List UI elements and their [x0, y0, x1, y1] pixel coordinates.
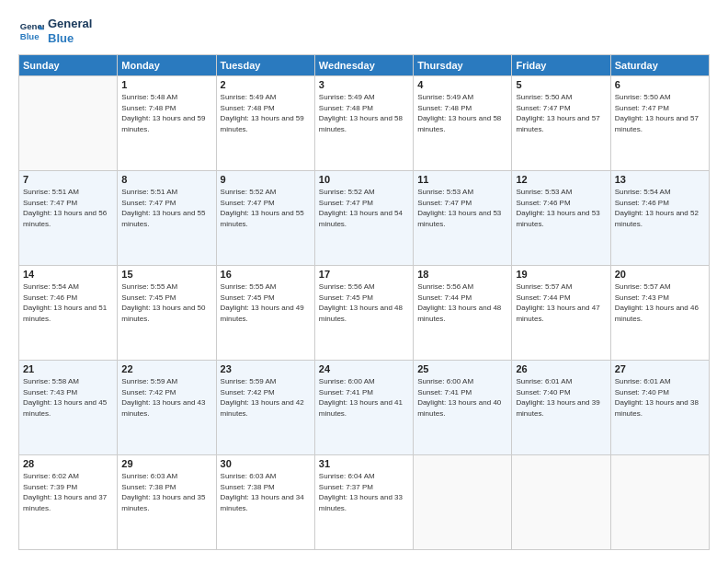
day-info: Sunrise: 6:02 AMSunset: 7:39 PMDaylight:… [23, 471, 113, 513]
calendar-week-row: 1Sunrise: 5:48 AMSunset: 7:48 PMDaylight… [19, 76, 710, 171]
calendar-cell: 12Sunrise: 5:53 AMSunset: 7:46 PMDayligh… [512, 171, 610, 266]
day-info: Sunrise: 5:52 AMSunset: 7:47 PMDaylight:… [319, 187, 409, 229]
calendar-cell: 15Sunrise: 5:55 AMSunset: 7:45 PMDayligh… [118, 266, 216, 361]
day-number: 10 [319, 174, 409, 185]
svg-text:Blue: Blue [20, 30, 40, 40]
day-info: Sunrise: 6:01 AMSunset: 7:40 PMDaylight:… [516, 376, 606, 419]
calendar-cell: 8Sunrise: 5:51 AMSunset: 7:47 PMDaylight… [118, 171, 216, 266]
day-number: 22 [121, 363, 211, 374]
calendar-cell: 13Sunrise: 5:54 AMSunset: 7:46 PMDayligh… [610, 171, 709, 266]
day-info: Sunrise: 5:54 AMSunset: 7:46 PMDaylight:… [23, 282, 113, 324]
day-info: Sunrise: 6:03 AMSunset: 7:38 PMDaylight:… [221, 471, 311, 513]
calendar-cell [512, 455, 610, 550]
day-number: 2 [221, 79, 311, 90]
day-number: 27 [615, 363, 705, 374]
day-number: 1 [121, 79, 211, 90]
day-info: Sunrise: 5:51 AMSunset: 7:47 PMDaylight:… [121, 187, 211, 229]
day-info: Sunrise: 6:04 AMSunset: 7:37 PMDaylight:… [319, 471, 409, 513]
day-info: Sunrise: 5:57 AMSunset: 7:44 PMDaylight:… [516, 282, 606, 324]
calendar-cell: 23Sunrise: 5:59 AMSunset: 7:42 PMDayligh… [216, 361, 314, 455]
calendar-cell: 31Sunrise: 6:04 AMSunset: 7:37 PMDayligh… [314, 455, 413, 550]
day-number: 12 [516, 174, 606, 185]
calendar-table: SundayMondayTuesdayWednesdayThursdayFrid… [18, 54, 710, 550]
day-number: 24 [319, 363, 409, 374]
day-number: 26 [516, 363, 606, 374]
day-info: Sunrise: 5:50 AMSunset: 7:47 PMDaylight:… [615, 92, 705, 134]
calendar-cell: 28Sunrise: 6:02 AMSunset: 7:39 PMDayligh… [19, 455, 118, 550]
weekday-header-wednesday: Wednesday [314, 55, 413, 76]
day-number: 25 [417, 363, 507, 374]
day-info: Sunrise: 5:53 AMSunset: 7:47 PMDaylight:… [417, 187, 507, 229]
day-number: 3 [319, 79, 409, 90]
day-number: 19 [516, 269, 606, 280]
calendar-cell: 6Sunrise: 5:50 AMSunset: 7:47 PMDaylight… [610, 76, 709, 171]
day-number: 28 [23, 458, 113, 469]
day-info: Sunrise: 5:56 AMSunset: 7:44 PMDaylight:… [417, 282, 507, 324]
day-number: 21 [23, 363, 113, 374]
calendar-cell: 3Sunrise: 5:49 AMSunset: 7:48 PMDaylight… [314, 76, 413, 171]
day-info: Sunrise: 6:00 AMSunset: 7:41 PMDaylight:… [417, 376, 507, 419]
calendar-cell: 11Sunrise: 5:53 AMSunset: 7:47 PMDayligh… [414, 171, 512, 266]
calendar-cell: 30Sunrise: 6:03 AMSunset: 7:38 PMDayligh… [216, 455, 314, 550]
day-number: 29 [121, 458, 211, 469]
calendar-cell: 18Sunrise: 5:56 AMSunset: 7:44 PMDayligh… [414, 266, 512, 361]
day-number: 23 [221, 363, 311, 374]
calendar-cell: 25Sunrise: 6:00 AMSunset: 7:41 PMDayligh… [414, 361, 512, 455]
calendar-cell [414, 455, 512, 550]
calendar-cell: 9Sunrise: 5:52 AMSunset: 7:47 PMDaylight… [216, 171, 314, 266]
day-number: 5 [516, 79, 606, 90]
day-number: 13 [615, 174, 705, 185]
weekday-header-friday: Friday [512, 55, 610, 76]
calendar-page: General Blue General Blue SundayMondayTu… [0, 0, 728, 563]
day-number: 8 [121, 174, 211, 185]
calendar-cell: 16Sunrise: 5:55 AMSunset: 7:45 PMDayligh… [216, 266, 314, 361]
weekday-header-monday: Monday [118, 55, 216, 76]
calendar-week-row: 28Sunrise: 6:02 AMSunset: 7:39 PMDayligh… [19, 455, 710, 550]
day-info: Sunrise: 5:49 AMSunset: 7:48 PMDaylight:… [319, 92, 409, 134]
calendar-cell: 19Sunrise: 5:57 AMSunset: 7:44 PMDayligh… [512, 266, 610, 361]
day-number: 17 [319, 269, 409, 280]
day-number: 6 [615, 79, 705, 90]
day-info: Sunrise: 6:00 AMSunset: 7:41 PMDaylight:… [319, 376, 409, 419]
day-info: Sunrise: 5:59 AMSunset: 7:42 PMDaylight:… [121, 376, 211, 419]
calendar-week-row: 14Sunrise: 5:54 AMSunset: 7:46 PMDayligh… [19, 266, 710, 361]
calendar-cell [19, 76, 118, 171]
calendar-cell: 7Sunrise: 5:51 AMSunset: 7:47 PMDaylight… [19, 171, 118, 266]
logo-text-general: General [48, 17, 92, 31]
calendar-cell: 4Sunrise: 5:49 AMSunset: 7:48 PMDaylight… [414, 76, 512, 171]
day-info: Sunrise: 5:51 AMSunset: 7:47 PMDaylight:… [23, 187, 113, 229]
day-info: Sunrise: 5:56 AMSunset: 7:45 PMDaylight:… [319, 282, 409, 324]
calendar-cell: 21Sunrise: 5:58 AMSunset: 7:43 PMDayligh… [19, 361, 118, 455]
day-number: 7 [23, 174, 113, 185]
day-info: Sunrise: 5:52 AMSunset: 7:47 PMDaylight:… [221, 187, 311, 229]
calendar-cell: 1Sunrise: 5:48 AMSunset: 7:48 PMDaylight… [118, 76, 216, 171]
day-number: 20 [615, 269, 705, 280]
day-number: 18 [417, 269, 507, 280]
calendar-cell: 29Sunrise: 6:03 AMSunset: 7:38 PMDayligh… [118, 455, 216, 550]
day-number: 31 [319, 458, 409, 469]
day-number: 16 [221, 269, 311, 280]
day-info: Sunrise: 5:57 AMSunset: 7:43 PMDaylight:… [615, 282, 705, 324]
weekday-header-sunday: Sunday [19, 55, 118, 76]
day-info: Sunrise: 5:59 AMSunset: 7:42 PMDaylight:… [221, 376, 311, 419]
day-info: Sunrise: 6:03 AMSunset: 7:38 PMDaylight:… [121, 471, 211, 513]
day-number: 30 [221, 458, 311, 469]
day-number: 4 [417, 79, 507, 90]
calendar-cell: 14Sunrise: 5:54 AMSunset: 7:46 PMDayligh… [19, 266, 118, 361]
calendar-cell: 17Sunrise: 5:56 AMSunset: 7:45 PMDayligh… [314, 266, 413, 361]
day-info: Sunrise: 5:54 AMSunset: 7:46 PMDaylight:… [615, 187, 705, 229]
day-info: Sunrise: 5:50 AMSunset: 7:47 PMDaylight:… [516, 92, 606, 134]
calendar-cell: 20Sunrise: 5:57 AMSunset: 7:43 PMDayligh… [610, 266, 709, 361]
weekday-header-row: SundayMondayTuesdayWednesdayThursdayFrid… [19, 55, 710, 76]
calendar-cell: 27Sunrise: 6:01 AMSunset: 7:40 PMDayligh… [610, 361, 709, 455]
calendar-week-row: 21Sunrise: 5:58 AMSunset: 7:43 PMDayligh… [19, 361, 710, 455]
calendar-cell [610, 455, 709, 550]
calendar-cell: 10Sunrise: 5:52 AMSunset: 7:47 PMDayligh… [314, 171, 413, 266]
day-info: Sunrise: 5:48 AMSunset: 7:48 PMDaylight:… [121, 92, 211, 134]
logo-icon: General Blue [18, 18, 44, 44]
weekday-header-saturday: Saturday [610, 55, 709, 76]
logo-text-blue: Blue [48, 31, 92, 46]
day-number: 9 [221, 174, 311, 185]
day-info: Sunrise: 5:53 AMSunset: 7:46 PMDaylight:… [516, 187, 606, 229]
calendar-cell: 24Sunrise: 6:00 AMSunset: 7:41 PMDayligh… [314, 361, 413, 455]
